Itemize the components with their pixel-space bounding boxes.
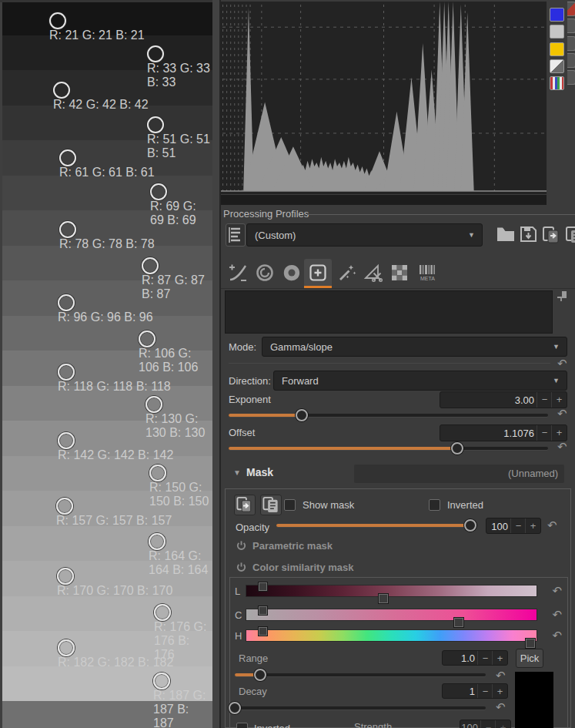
- decrement-button[interactable]: −: [477, 684, 493, 698]
- histogram-mode-toggle[interactable]: [550, 59, 564, 73]
- picked-color-swatch[interactable]: [515, 672, 553, 728]
- decay-slider[interactable]: [235, 701, 486, 715]
- exponent-value[interactable]: 3.00: [515, 394, 534, 406]
- opacity-value[interactable]: 100: [491, 520, 508, 532]
- color-similarity-power-toggle[interactable]: [236, 562, 247, 573]
- c-similarity-slider[interactable]: C↶: [230, 608, 567, 628]
- decrement-button[interactable]: −: [537, 425, 552, 441]
- pick-button[interactable]: Pick: [516, 649, 543, 668]
- decrement-button[interactable]: −: [477, 651, 493, 665]
- decrement-button[interactable]: −: [510, 518, 526, 533]
- range-value[interactable]: 1.0: [461, 653, 475, 664]
- range-slider[interactable]: [235, 668, 486, 682]
- reset-arrow-icon[interactable]: ↶: [496, 669, 506, 681]
- slider-thumb[interactable]: [451, 442, 463, 455]
- l-similarity-slider[interactable]: L↶: [230, 584, 567, 604]
- offset-slider[interactable]: [229, 441, 548, 455]
- color-sample-marker[interactable]: [59, 149, 76, 166]
- clipped-toggle-button[interactable]: [567, 2, 575, 16]
- opacity-slider[interactable]: [276, 518, 476, 532]
- mask-section-title[interactable]: Mask: [246, 466, 273, 478]
- paste-profile-button[interactable]: [564, 225, 575, 245]
- increment-button[interactable]: +: [525, 518, 540, 533]
- left-handle[interactable]: [258, 582, 268, 592]
- tab-raw[interactable]: [386, 259, 413, 286]
- left-handle[interactable]: [258, 626, 268, 636]
- show-mask-checkbox[interactable]: [284, 499, 296, 511]
- color-sample-marker[interactable]: [150, 183, 167, 200]
- profile-fill-mode-button[interactable]: [226, 223, 246, 247]
- histogram-blue-toggle[interactable]: [550, 8, 564, 22]
- offset-spinbox[interactable]: 1.1076 − +: [440, 424, 567, 441]
- reset-arrow-icon[interactable]: ↶: [552, 629, 562, 641]
- tab-color[interactable]: [278, 259, 306, 286]
- tab-transform[interactable]: [359, 259, 387, 286]
- color-sample-marker[interactable]: [142, 257, 159, 274]
- clipped-toggle-button[interactable]: [567, 53, 575, 68]
- slider-thumb[interactable]: [254, 669, 266, 681]
- clipped-toggle-button[interactable]: [567, 36, 575, 51]
- tab-detail[interactable]: [251, 259, 279, 286]
- mask-name-field[interactable]: (Unnamed): [354, 465, 564, 483]
- reset-arrow-icon[interactable]: ↶: [552, 585, 562, 596]
- color-sample-marker[interactable]: [149, 465, 166, 481]
- clipped-toggle-button[interactable]: [567, 18, 575, 33]
- color-sample-marker[interactable]: [58, 432, 75, 449]
- inverted-bottom-checkbox[interactable]: [236, 723, 248, 728]
- reset-arrow-icon[interactable]: ↶: [557, 357, 567, 369]
- color-sample-marker[interactable]: [153, 673, 170, 689]
- list-expand-button[interactable]: [555, 289, 569, 303]
- color-sample-marker[interactable]: [147, 116, 164, 133]
- mode-dropdown[interactable]: Gamma/slope ▼: [262, 337, 567, 357]
- histogram-luma-toggle[interactable]: [550, 25, 564, 39]
- color-sample-marker[interactable]: [154, 604, 171, 621]
- decay-spinbox[interactable]: 1 − +: [442, 683, 508, 699]
- color-sample-marker[interactable]: [145, 396, 162, 413]
- image-viewer[interactable]: R: 21 G: 21 B: 21R: 33 G: 33 B: 33R: 42 …: [0, 0, 212, 728]
- panel-divider[interactable]: [212, 0, 221, 728]
- decrement-button[interactable]: −: [537, 392, 552, 408]
- color-sample-marker[interactable]: [59, 221, 76, 238]
- tab-tone-curve[interactable]: [224, 259, 252, 286]
- decrement-button[interactable]: −: [480, 720, 496, 728]
- save-profile-button[interactable]: [519, 225, 538, 243]
- strength-value[interactable]: 100: [461, 722, 478, 728]
- position-handle[interactable]: [378, 593, 389, 604]
- mask-paste-button[interactable]: [260, 495, 282, 515]
- increment-button[interactable]: +: [492, 651, 507, 665]
- increment-button[interactable]: +: [551, 425, 567, 441]
- left-handle[interactable]: [258, 606, 268, 616]
- increment-button[interactable]: +: [551, 392, 567, 408]
- increment-button[interactable]: +: [495, 720, 510, 728]
- color-sample-marker[interactable]: [58, 639, 75, 656]
- strength-spinbox[interactable]: 100 − +: [460, 720, 511, 728]
- range-spinbox[interactable]: 1.0 − +: [442, 650, 508, 666]
- tab-local-editing[interactable]: [304, 259, 332, 286]
- inverted-checkbox[interactable]: [429, 499, 440, 511]
- tab-metadata[interactable]: META: [412, 259, 444, 286]
- copy-profile-button[interactable]: [541, 225, 561, 245]
- slider-thumb[interactable]: [229, 702, 241, 714]
- color-similarity-mask-label[interactable]: Color similarity mask: [252, 562, 354, 573]
- offset-value[interactable]: 1.1076: [503, 428, 534, 439]
- color-sample-marker[interactable]: [56, 498, 73, 515]
- position-handle[interactable]: [453, 617, 464, 628]
- slider-track[interactable]: [235, 673, 486, 676]
- reset-arrow-icon[interactable]: ↶: [557, 408, 567, 419]
- decay-value[interactable]: 1: [470, 686, 475, 697]
- clipped-toggle-button[interactable]: [567, 70, 575, 85]
- reset-arrow-icon[interactable]: ↶: [496, 701, 506, 713]
- h-similarity-slider[interactable]: H↶: [230, 629, 567, 649]
- mask-list-box[interactable]: [225, 290, 553, 334]
- color-sample-marker[interactable]: [149, 533, 165, 550]
- histogram-yellow-toggle[interactable]: [550, 42, 564, 56]
- color-sample-marker[interactable]: [58, 294, 75, 311]
- opacity-spinbox[interactable]: 100 − +: [486, 518, 541, 534]
- slider-thumb[interactable]: [296, 409, 308, 421]
- color-sample-marker[interactable]: [57, 568, 74, 585]
- reset-arrow-icon[interactable]: ↶: [552, 609, 562, 620]
- gradient-bar[interactable]: [246, 609, 537, 621]
- load-profile-button[interactable]: [496, 225, 516, 243]
- mask-copy-button[interactable]: [234, 495, 256, 515]
- collapse-arrow-icon[interactable]: ▼: [233, 468, 241, 477]
